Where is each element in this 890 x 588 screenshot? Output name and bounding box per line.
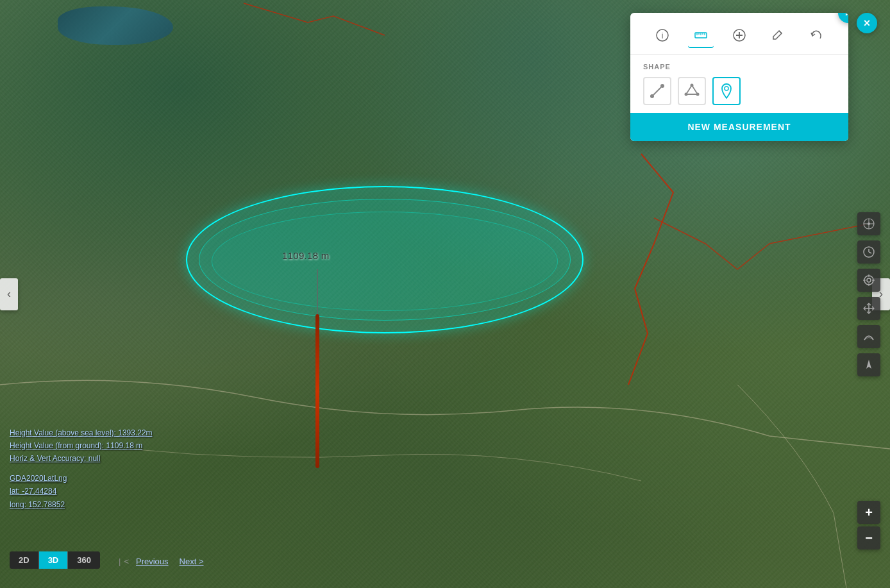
polygon-shape-button[interactable] <box>678 77 706 105</box>
tilt-icon <box>862 330 875 343</box>
info-icon-button[interactable]: i <box>650 22 675 48</box>
svg-point-19 <box>725 87 728 90</box>
pan-control-button[interactable] <box>857 297 880 320</box>
info-icon: i <box>655 28 669 42</box>
svg-point-27 <box>864 276 873 285</box>
zoom-controls: + − <box>857 501 880 550</box>
accuracy: Horiz & Vert Accuracy: null <box>10 452 153 465</box>
view-toggle: 2D 3D 360 <box>10 551 100 569</box>
toolbar-icons-row: i <box>630 13 848 55</box>
long-link[interactable]: long: 152.78852 <box>10 500 65 509</box>
coord-system-link[interactable]: GDA2020LatLng <box>10 474 67 483</box>
target-icon <box>862 274 875 287</box>
coord-system: GDA2020LatLng <box>10 472 153 485</box>
map-controls <box>857 212 880 376</box>
navigation-controls: | < Previous Next > <box>119 554 208 569</box>
polygon-icon <box>683 82 701 100</box>
navigate-icon <box>862 358 875 371</box>
tilt-control-button[interactable] <box>857 325 880 348</box>
svg-point-28 <box>867 278 871 282</box>
pin-shape-button[interactable] <box>712 77 741 105</box>
shape-label: SHAPE <box>643 63 835 71</box>
rotate-control-button[interactable] <box>857 353 880 376</box>
previous-button[interactable]: Previous <box>132 554 172 569</box>
shape-section: SHAPE <box>630 55 848 113</box>
compass-control-button[interactable] <box>857 212 880 235</box>
close-icon: × <box>864 17 871 30</box>
pin-icon <box>718 82 735 100</box>
prev-arrow-text: < <box>124 557 129 566</box>
accuracy-link[interactable]: Horiz & Vert Accuracy: null <box>10 454 100 463</box>
svg-point-23 <box>868 223 870 225</box>
close-x-button[interactable]: × <box>857 13 877 33</box>
map-arrow-left[interactable]: ‹ <box>0 278 18 310</box>
plus-icon <box>732 28 746 42</box>
ruler-icon <box>694 28 708 42</box>
view-2d-button[interactable]: 2D <box>10 551 39 569</box>
left-arrow-icon: ‹ <box>7 287 11 301</box>
height-sea-level: Height Value (above sea level): 1393.22m <box>10 426 153 439</box>
shape-options <box>643 77 835 105</box>
undo-icon-button[interactable] <box>803 22 829 48</box>
add-icon-button[interactable] <box>726 22 752 48</box>
toolbar-panel: × i <box>630 13 848 141</box>
next-button[interactable]: Next > <box>176 554 208 569</box>
pan-icon <box>862 302 875 315</box>
zoom-in-button[interactable]: + <box>857 501 880 524</box>
longitude: long: 152.78852 <box>10 498 153 511</box>
pencil-icon-button[interactable] <box>765 22 791 48</box>
nav-separator: | <box>119 557 121 566</box>
measurement-label: 1109.18 m <box>282 250 330 261</box>
measurement-pole <box>315 314 319 468</box>
measurement-ellipse <box>186 186 584 333</box>
new-measurement-button[interactable]: NEW MEASUREMENT <box>630 113 848 141</box>
height-ground-link[interactable]: Height Value (from ground): 1109.18 m <box>10 441 142 450</box>
measurement-vertical-line <box>317 269 318 317</box>
target-control-button[interactable] <box>857 269 880 292</box>
latitude: lat: -27.44284 <box>10 485 153 498</box>
view-360-button[interactable]: 360 <box>68 551 100 569</box>
info-panel: Height Value (above sea level): 1393.22m… <box>10 426 153 511</box>
clock-icon <box>862 246 875 258</box>
svg-line-26 <box>869 252 871 253</box>
ruler-icon-button[interactable] <box>688 22 714 48</box>
svg-line-14 <box>653 87 661 95</box>
svg-text:i: i <box>662 31 664 40</box>
height-ground: Height Value (from ground): 1109.18 m <box>10 439 153 452</box>
lat-link[interactable]: lat: -27.44284 <box>10 487 56 496</box>
polyline-shape-button[interactable] <box>643 77 671 105</box>
coordinate-section: GDA2020LatLng lat: -27.44284 long: 152.7… <box>10 472 153 511</box>
pencil-icon <box>771 28 785 42</box>
polyline-icon <box>648 82 666 100</box>
view-3d-button[interactable]: 3D <box>39 551 69 569</box>
compass-icon <box>862 217 875 230</box>
undo-icon <box>809 28 823 42</box>
clock-control-button[interactable] <box>857 240 880 264</box>
zoom-out-button[interactable]: − <box>857 526 880 550</box>
height-sea-level-link[interactable]: Height Value (above sea level): 1393.22m <box>10 428 153 437</box>
